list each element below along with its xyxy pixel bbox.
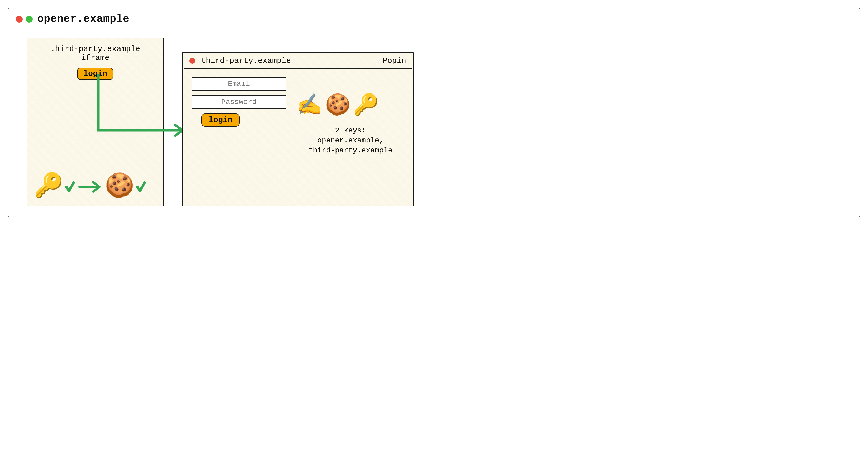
keys-heading: 2 keys: — [297, 126, 404, 135]
arrow-right-icon — [77, 179, 103, 195]
login-form: login — [191, 77, 291, 155]
main-window-title: opener.example — [37, 13, 129, 25]
iframe-label: third-party.example iframe — [34, 44, 157, 62]
cookie-icon: 🍪 — [105, 175, 134, 199]
keys-description: 2 keys: opener.example, third-party.exam… — [297, 126, 404, 155]
popin-title: third-party.example — [201, 56, 291, 65]
popin-right-column: ✍️ 🍪 🔑 2 keys: opener.example, third-par… — [297, 77, 404, 155]
popin-divider — [184, 68, 411, 69]
popin-close-dot-icon[interactable] — [189, 58, 195, 64]
cookie-icon: 🍪 — [325, 96, 350, 116]
password-field[interactable] — [191, 95, 286, 109]
email-field[interactable] — [191, 77, 286, 91]
keys-line-2: third-party.example — [297, 146, 404, 156]
main-content-area: third-party.example iframe login 🔑 🍪 — [8, 32, 860, 217]
keys-line-1: opener.example, — [297, 135, 404, 146]
close-dot-icon[interactable] — [16, 16, 23, 23]
popin-icon-row: ✍️ 🍪 🔑 — [297, 96, 404, 116]
popin-titlebar: third-party.example Popin — [183, 53, 413, 68]
writing-hand-icon: ✍️ — [297, 96, 322, 116]
popin-panel: third-party.example Popin login ✍️ � — [182, 52, 413, 206]
check-icon — [136, 179, 146, 195]
popin-tag: Popin — [382, 56, 406, 65]
main-browser-window: opener.example third-party.example ifram… — [8, 8, 860, 217]
check-icon — [65, 179, 75, 195]
popin-body: login ✍️ 🍪 🔑 2 keys: opener.example, thi… — [183, 70, 413, 162]
window-controls — [16, 16, 33, 23]
zoom-dot-icon[interactable] — [26, 16, 33, 23]
iframe-login-button[interactable]: login — [77, 68, 114, 80]
iframe-panel: third-party.example iframe login 🔑 🍪 — [27, 38, 164, 206]
main-titlebar: opener.example — [8, 8, 860, 30]
popin-login-button[interactable]: login — [201, 114, 240, 127]
key-icon: 🔑 — [34, 175, 63, 199]
iframe-bottom-icons: 🔑 🍪 — [34, 175, 146, 199]
key-icon: 🔑 — [353, 96, 379, 116]
